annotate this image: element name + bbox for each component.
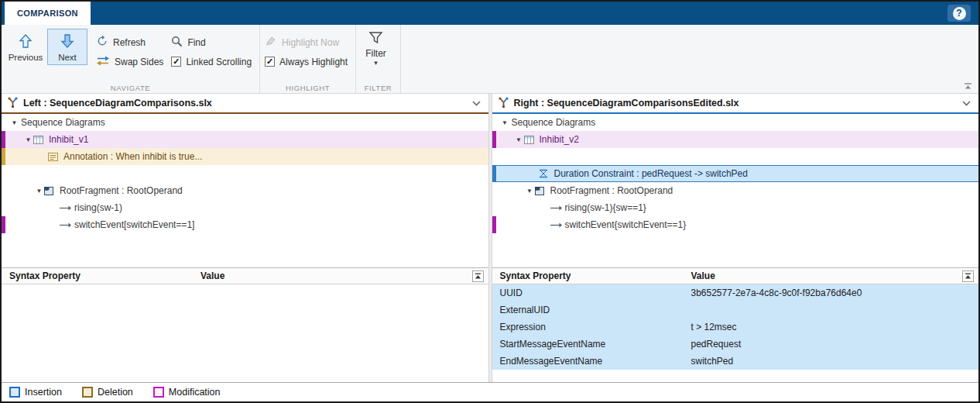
left-properties-header: Syntax Property Value [2,267,488,284]
left-tree: ▼Sequence Diagrams▼Inhibit_v1Annotation … [2,114,488,267]
expander-icon[interactable]: ▼ [514,136,524,143]
tree-row-label: Inhibit_v1 [49,134,88,145]
next-button[interactable]: Next [47,29,87,65]
tree-row[interactable]: ▼Sequence Diagrams [492,114,979,131]
collapse-properties-button[interactable] [472,270,484,282]
legend-label: Modification [169,387,221,398]
help-button[interactable]: ? [947,5,971,22]
tree-row-label: RootFragment : RootOperand [60,185,183,196]
swap-sides-button-label: Swap Sides [115,57,163,67]
chevron-down-icon[interactable] [962,101,971,106]
tree-row[interactable]: ▼Inhibit_v2 [492,131,979,148]
expander-icon[interactable]: ▼ [34,188,44,195]
legend-swatch-deletion [82,387,93,398]
checkbox-checked-icon[interactable]: ✓ [265,57,275,67]
tree-empty-row [2,165,488,182]
comparison-window: COMPARISON ? Previous Next [0,0,980,403]
message-arrow-icon [550,222,564,229]
tree-row[interactable]: rising(sw-1){sw==1} [492,199,979,216]
legend-item-insertion: Insertion [9,387,62,398]
tree-row[interactable]: Duration Constraint : pedRequest -> swit… [492,165,979,182]
tree-row[interactable]: switchEvent{switchEvent==1} [492,216,979,233]
tree-row[interactable]: ▼RootFragment : RootOperand [492,182,979,199]
sequence-diagram-icon [33,136,47,144]
refresh-button[interactable]: Refresh [96,34,163,50]
expander-icon[interactable]: ▼ [525,188,535,195]
tree-row[interactable]: ▼Inhibit_v1 [2,131,488,148]
swap-sides-button[interactable]: Swap Sides [96,53,163,70]
fragment-icon [535,187,549,195]
left-value-column-header: Value [200,270,224,281]
toolbar-group-filter: Filter ▾ FILTER [356,25,401,93]
chevron-down-icon[interactable] [472,101,481,106]
always-highlight-checkbox-row[interactable]: ✓ Always Highlight [265,53,348,70]
toolbar-group-highlight: Highlight Now ✓ Always Highlight HIGHLIG… [260,25,356,93]
property-row[interactable]: EndMessageEventNameswitchPed [492,353,979,370]
right-panel: Right : SequenceDiagramComparisonsEdited… [492,94,979,382]
expander-icon[interactable]: ▼ [23,136,33,143]
filter-button[interactable]: Filter ▾ [359,27,392,65]
property-row[interactable]: ExternalUID [492,301,979,319]
legend-item-modification: Modification [153,387,221,398]
section-label-filter: FILTER [356,84,400,92]
left-panel: Left : SequenceDiagramComparisons.slx ▼S… [2,94,488,382]
highlighter-icon [265,36,277,49]
search-icon [171,36,183,50]
always-highlight-label: Always Highlight [279,57,348,67]
expander-icon[interactable]: ▼ [500,119,510,126]
tree-row[interactable]: ▼RootFragment : RootOperand [2,182,488,199]
swap-sides-icon [96,56,110,68]
find-linked-column: Find ✓ Linked Scrolling [171,27,252,70]
duration-constraint-icon [539,169,553,178]
tree-row[interactable]: ▼Sequence Diagrams [2,114,488,131]
change-marker-insertion [492,166,496,181]
change-marker-deletion [2,148,5,165]
collapse-properties-button[interactable] [962,270,974,282]
tree-row-label: Sequence Diagrams [512,117,596,128]
refresh-swap-column: Refresh Swap Sides [96,27,163,70]
previous-button-label: Previous [9,53,43,62]
tree-row[interactable]: switchEvent[switchEvent==1] [2,216,488,233]
minimize-toolstrip-button[interactable] [964,83,972,90]
tab-comparison-label: COMPARISON [17,9,78,18]
property-name: UUID [500,288,691,298]
property-value: pedRequest [691,339,742,350]
tree-row-label: Duration Constraint : pedRequest -> swit… [554,168,748,179]
right-property-column-header: Syntax Property [500,270,691,281]
legend-swatch-insertion [9,387,20,398]
right-properties-header: Syntax Property Value [492,267,979,284]
right-tree: ▼Sequence Diagrams▼Inhibit_v2Duration Co… [492,114,979,267]
checkbox-checked-icon[interactable]: ✓ [171,57,181,67]
tree-row-label: switchEvent[switchEvent==1] [74,219,194,230]
linked-scrolling-checkbox-row[interactable]: ✓ Linked Scrolling [171,53,252,70]
right-panel-header[interactable]: Right : SequenceDiagramComparisonsEdited… [492,94,979,114]
compare-branch-icon [8,97,18,110]
tree-row-label: RootFragment : RootOperand [550,185,673,196]
previous-button[interactable]: Previous [5,29,46,65]
find-button-label: Find [187,37,205,48]
tree-row-label: rising(sw-1){sw==1} [565,202,646,213]
message-arrow-icon [59,222,73,229]
property-row[interactable]: UUID3b652577-2e7a-4c8c-9c0f-f92ba76d64e0 [492,284,979,301]
tree-row[interactable]: Annotation : When inhibit is true... [2,148,488,165]
previous-arrow-icon [18,33,33,50]
highlight-now-button: Highlight Now [265,34,348,50]
tree-row[interactable]: rising(sw-1) [2,199,488,216]
legend-label: Insertion [25,387,62,398]
legend-bar: InsertionDeletionModification [2,382,978,401]
find-button[interactable]: Find [171,34,252,50]
toolbar-group-navigate: Previous Next Refresh [2,25,260,93]
legend-label: Deletion [98,387,133,398]
property-name: Expression [500,322,691,332]
property-row[interactable]: Expressiont > 12msec [492,319,979,336]
legend-item-deletion: Deletion [82,387,133,398]
titlebar: COMPARISON ? [2,2,978,25]
change-marker-modification [2,131,5,148]
section-label-navigate: NAVIGATE [2,84,259,92]
sequence-diagram-icon [524,136,538,144]
change-marker-modification [2,216,5,233]
expander-icon[interactable]: ▼ [9,119,19,126]
left-panel-header[interactable]: Left : SequenceDiagramComparisons.slx [2,94,488,114]
property-row[interactable]: StartMessageEventNamepedRequest [492,336,979,353]
tab-comparison[interactable]: COMPARISON [5,2,91,25]
